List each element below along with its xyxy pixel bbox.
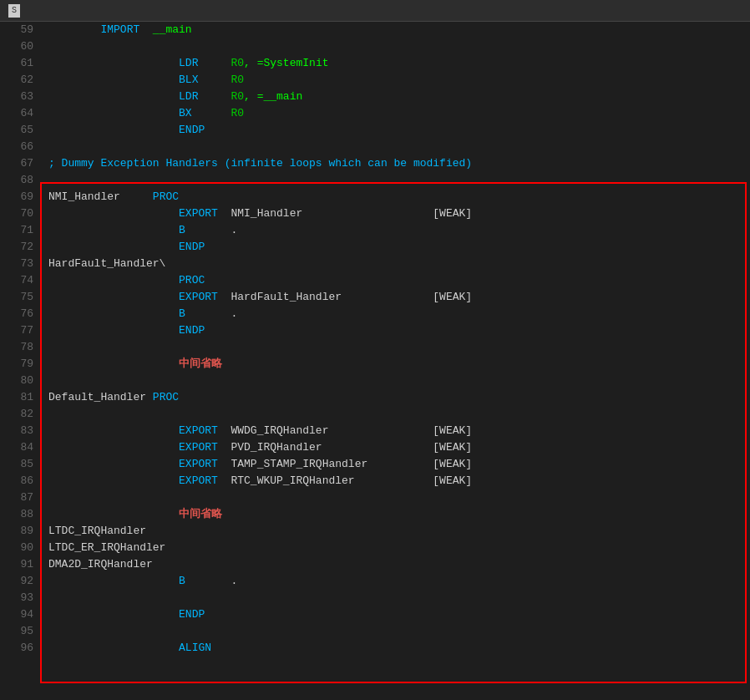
code-token: NMI_Handler [WEAK]: [218, 207, 472, 220]
line-number: 72: [8, 239, 33, 256]
line-number: 92: [8, 573, 33, 590]
code-token: B: [179, 224, 185, 236]
code-token: HardFault_Handler\: [48, 257, 165, 270]
line-number: 68: [8, 172, 33, 189]
code-token: EXPORT: [179, 458, 218, 470]
code-line: Default_Handler PROC: [48, 389, 742, 406]
line-number: 81: [8, 389, 33, 406]
code-token: PVD_IRQHandler [WEAK]: [218, 441, 472, 454]
code-token: [198, 90, 231, 103]
code-token: Default_Handler: [48, 391, 153, 403]
line-number: 69: [8, 189, 33, 205]
code-token: R0: [231, 74, 244, 86]
code-token: EXPORT: [179, 474, 218, 487]
code-line: ENDP: [48, 239, 742, 256]
line-number: 65: [8, 122, 33, 139]
code-token: [48, 441, 179, 454]
line-number: 95: [8, 623, 33, 640]
code-token: .: [185, 575, 237, 587]
code-token: [48, 57, 179, 69]
code-line: LTDC_ER_IRQHandler: [48, 540, 742, 556]
line-number: 80: [8, 373, 33, 389]
code-token: B: [179, 307, 185, 320]
code-token: ENDP: [179, 324, 205, 337]
code-line: [48, 623, 742, 640]
line-number: 60: [8, 38, 33, 55]
code-token: ENDP: [179, 241, 205, 253]
file-icon: S: [8, 4, 20, 18]
line-number: 78: [8, 339, 33, 356]
line-number: 93: [8, 590, 33, 606]
code-token: [48, 107, 179, 119]
code-line: ENDP: [48, 322, 742, 339]
code-line: [48, 139, 742, 155]
code-line: B .: [48, 306, 742, 322]
code-token: ALIGN: [179, 642, 211, 654]
line-number: 73: [8, 256, 33, 272]
line-number: 76: [8, 306, 33, 322]
line-number: 91: [8, 556, 33, 573]
line-number: 77: [8, 322, 33, 339]
code-token: [48, 224, 179, 236]
code-token: [48, 642, 179, 654]
line-numbers: 5960616263646566676869707172737475767778…: [0, 22, 40, 700]
code-content: IMPORT __main LDR R0, =SystemInit BLX R0…: [40, 22, 750, 700]
code-token: [120, 190, 153, 203]
line-number: 63: [8, 89, 33, 105]
code-token: [48, 458, 179, 470]
code-line: EXPORT RTC_WKUP_IRQHandler [WEAK]: [48, 473, 742, 489]
code-token: [192, 107, 231, 119]
code-line: PROC: [48, 272, 742, 289]
code-token: HardFault_Handler [WEAK]: [218, 291, 472, 303]
code-line: EXPORT WWDG_IRQHandler [WEAK]: [48, 423, 742, 439]
code-line: ; Dummy Exception Handlers (infinite loo…: [48, 155, 742, 172]
code-line: EXPORT TAMP_STAMP_IRQHandler [WEAK]: [48, 456, 742, 473]
code-line: ENDP: [48, 606, 742, 623]
code-line: BX R0: [48, 105, 742, 122]
code-token: BLX: [179, 74, 198, 86]
code-token: R0: [231, 90, 244, 103]
code-area: 5960616263646566676869707172737475767778…: [0, 22, 750, 700]
code-token: which: [328, 157, 361, 170]
code-token: PROC: [179, 274, 205, 287]
code-line: ENDP: [48, 122, 742, 139]
line-number: 94: [8, 606, 33, 623]
code-token: [48, 324, 179, 337]
code-token: [48, 291, 179, 303]
line-number: 85: [8, 456, 33, 473]
code-token: R0: [231, 107, 244, 119]
code-token: [198, 57, 231, 69]
code-token: DMA2D_IRQHandler: [48, 558, 153, 571]
code-token: .: [185, 224, 237, 236]
line-number: 59: [8, 22, 33, 38]
code-token: can be modified): [361, 157, 472, 170]
line-number: 71: [8, 222, 33, 239]
code-token: ENDP: [179, 124, 205, 136]
line-number: 89: [8, 523, 33, 540]
line-number: 79: [8, 356, 33, 373]
code-line: [48, 406, 742, 423]
code-line: NMI_Handler PROC: [48, 189, 742, 205]
code-token: EXPORT: [179, 291, 218, 303]
code-token: [48, 474, 179, 487]
code-token: [198, 74, 231, 86]
code-token: [48, 23, 100, 36]
code-token: EXPORT: [179, 207, 218, 220]
code-line: [48, 172, 742, 189]
line-number: 61: [8, 55, 33, 72]
code-token: .: [185, 307, 237, 320]
code-token: EXPORT: [179, 424, 218, 437]
code-token: [48, 241, 179, 253]
code-token: 中间省略: [179, 508, 222, 520]
code-token: [48, 608, 179, 621]
line-number: 67: [8, 155, 33, 172]
line-number: 74: [8, 272, 33, 289]
line-number: 96: [8, 640, 33, 657]
code-token: [48, 124, 179, 136]
code-line: EXPORT PVD_IRQHandler [WEAK]: [48, 439, 742, 456]
code-token: LTDC_IRQHandler: [48, 525, 146, 537]
code-token: LDR: [179, 90, 198, 103]
code-token: [48, 274, 179, 287]
code-token: LTDC_ER_IRQHandler: [48, 541, 165, 554]
line-number: 86: [8, 473, 33, 489]
